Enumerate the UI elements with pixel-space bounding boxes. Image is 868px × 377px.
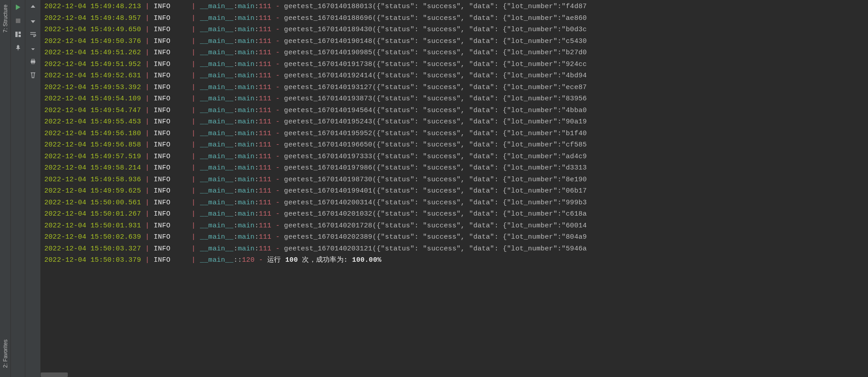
layout-button[interactable] — [13, 29, 24, 40]
log-line: 2022-12-04 15:49:57.519 | INFO | __main_… — [44, 151, 868, 163]
svg-rect-1 — [16, 19, 20, 23]
log-line: 2022-12-04 15:49:54.747 | INFO | __main_… — [44, 105, 868, 117]
log-line: 2022-12-04 15:50:03.327 | INFO | __main_… — [44, 243, 868, 255]
log-line: 2022-12-04 15:50:01.267 | INFO | __main_… — [44, 208, 868, 220]
log-line: 2022-12-04 15:49:59.625 | INFO | __main_… — [44, 185, 868, 197]
svg-rect-6 — [32, 59, 34, 61]
horizontal-scrollbar[interactable] — [41, 372, 68, 377]
log-line: 2022-12-04 15:49:49.650 | INFO | __main_… — [44, 24, 868, 36]
svg-rect-3 — [19, 32, 21, 34]
log-line: 2022-12-04 15:49:56.180 | INFO | __main_… — [44, 128, 868, 140]
svg-rect-2 — [15, 32, 18, 37]
log-line: 2022-12-04 15:50:01.931 | INFO | __main_… — [44, 220, 868, 232]
log-line: 2022-12-04 15:50:00.561 | INFO | __main_… — [44, 197, 868, 209]
log-line: 2022-12-04 15:49:53.392 | INFO | __main_… — [44, 82, 868, 94]
structure-tab[interactable]: 7: Structure — [0, 0, 10, 37]
svg-rect-7 — [32, 62, 34, 64]
svg-marker-0 — [16, 5, 20, 10]
favorites-tab-label: 2: Favorites — [2, 339, 9, 368]
print-button[interactable] — [28, 56, 38, 67]
log-line: 2022-12-04 15:49:48.213 | INFO | __main_… — [44, 1, 868, 13]
left-tool-tabs: 7: Structure 2: Favorites — [0, 0, 11, 377]
pin-button[interactable] — [13, 42, 24, 53]
scroll-to-end-button[interactable] — [28, 42, 38, 53]
log-line: 2022-12-04 15:49:56.858 | INFO | __main_… — [44, 139, 868, 151]
log-line: 2022-12-04 15:49:51.262 | INFO | __main_… — [44, 47, 868, 59]
log-line: 2022-12-04 15:49:52.631 | INFO | __main_… — [44, 70, 868, 82]
down-button[interactable] — [28, 15, 38, 26]
console-toolbar — [25, 0, 41, 377]
log-line-summary: 2022-12-04 15:50:03.379 | INFO | __main_… — [44, 254, 868, 266]
favorites-tab[interactable]: 2: Favorites — [0, 335, 10, 372]
clear-button[interactable] — [28, 70, 38, 80]
console-output[interactable]: 2022-12-04 15:49:48.213 | INFO | __main_… — [41, 0, 868, 377]
soft-wrap-button[interactable] — [28, 29, 38, 40]
log-line: 2022-12-04 15:49:55.453 | INFO | __main_… — [44, 116, 868, 128]
stop-button[interactable] — [13, 15, 24, 26]
run-toolbar — [11, 0, 25, 377]
log-line: 2022-12-04 15:49:58.936 | INFO | __main_… — [44, 174, 868, 186]
log-line: 2022-12-04 15:49:50.376 | INFO | __main_… — [44, 36, 868, 47]
log-line: 2022-12-04 15:49:51.952 | INFO | __main_… — [44, 59, 868, 71]
log-line: 2022-12-04 15:49:54.109 | INFO | __main_… — [44, 93, 868, 105]
log-line: 2022-12-04 15:49:48.957 | INFO | __main_… — [44, 13, 868, 24]
svg-rect-4 — [19, 35, 21, 37]
log-line: 2022-12-04 15:50:02.639 | INFO | __main_… — [44, 231, 868, 243]
structure-tab-label: 7: Structure — [2, 5, 9, 33]
up-button[interactable] — [28, 2, 38, 13]
rerun-button[interactable] — [13, 2, 24, 13]
log-line: 2022-12-04 15:49:58.214 | INFO | __main_… — [44, 162, 868, 174]
